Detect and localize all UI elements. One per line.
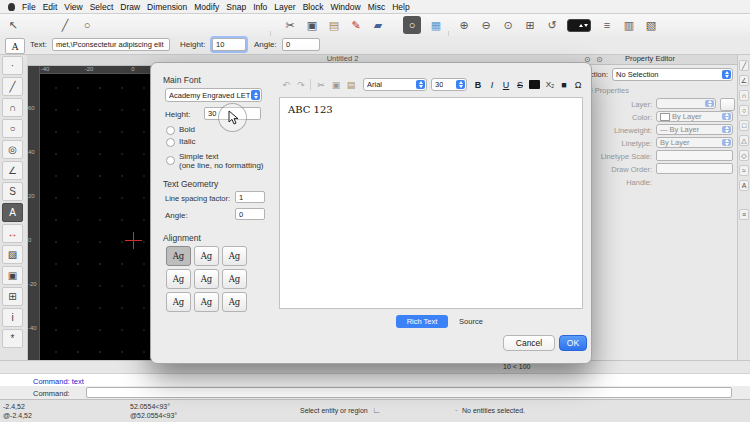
line-tool-icon[interactable]: ╱ xyxy=(56,16,74,34)
angle-icon[interactable]: ∠ xyxy=(739,75,749,86)
linetype-scale-input[interactable] xyxy=(656,150,733,161)
command-input[interactable] xyxy=(86,387,732,398)
diamond-icon[interactable]: ◇ xyxy=(739,150,749,161)
ellipse-tool-icon[interactable]: ◎ xyxy=(2,140,23,159)
apple-menu-icon[interactable] xyxy=(8,3,15,11)
editor-content[interactable]: ABC 123 xyxy=(288,104,333,115)
info-tool-icon[interactable]: i xyxy=(2,308,23,327)
bold-button[interactable]: B xyxy=(471,78,485,91)
line-spacing-input[interactable] xyxy=(235,191,265,203)
menu-file[interactable]: File xyxy=(22,2,36,12)
menu-modify[interactable]: Modify xyxy=(194,2,219,12)
editor-font-combo[interactable]: Arial xyxy=(363,78,427,91)
selection-combo[interactable]: No Selection xyxy=(612,68,733,81)
redo-icon[interactable]: ↷ xyxy=(294,78,308,91)
special-character-button[interactable]: Ω xyxy=(571,78,585,91)
menu-info[interactable]: Info xyxy=(253,2,267,12)
menu-draw[interactable]: Draw xyxy=(120,2,140,12)
hatch-tool-icon[interactable]: ▨ xyxy=(2,245,23,264)
underline-button[interactable]: U xyxy=(499,78,513,91)
line-tool-icon[interactable]: ╱ xyxy=(2,77,23,96)
text-icon[interactable]: A xyxy=(739,180,749,191)
italic-button[interactable]: I xyxy=(485,78,499,91)
spline-tool-icon[interactable]: S xyxy=(2,182,23,201)
dock-icon-2[interactable]: ⊙ xyxy=(596,55,603,64)
copy-icon[interactable]: ▣ xyxy=(303,16,321,34)
menu-snap[interactable]: Snap xyxy=(226,2,246,12)
align-middle-left-button[interactable]: Ag xyxy=(166,269,191,289)
align-bottom-left-button[interactable]: Ag xyxy=(166,292,191,312)
text-color-button[interactable] xyxy=(529,80,540,89)
strikethrough-button[interactable]: S xyxy=(513,78,527,91)
modify-tool-icon[interactable]: * xyxy=(2,329,23,348)
block-tool-icon[interactable]: ⊞ xyxy=(2,287,23,306)
bold-checkbox[interactable] xyxy=(166,126,175,135)
menu-select[interactable]: Select xyxy=(90,2,114,12)
triangle-icon[interactable]: △ xyxy=(739,135,749,146)
circle-icon[interactable]: ○ xyxy=(739,105,749,116)
layer-picker-button[interactable] xyxy=(720,98,735,111)
height-input[interactable] xyxy=(212,38,246,51)
subscript-button[interactable]: X₂ xyxy=(543,78,557,91)
grid-icon[interactable]: ▦ xyxy=(427,16,445,34)
ok-button[interactable]: OK xyxy=(559,335,587,351)
polyline-tool-icon[interactable]: ∠ xyxy=(2,161,23,180)
zoom-in-icon[interactable]: ⊕ xyxy=(455,16,473,34)
simple-text-checkbox[interactable] xyxy=(166,156,175,165)
active-tool-icon[interactable]: ○ xyxy=(403,16,421,34)
linetype-combo[interactable]: By Layer xyxy=(656,137,733,148)
menu-layer[interactable]: Layer xyxy=(274,2,295,12)
undo-icon[interactable]: ↶ xyxy=(279,78,293,91)
zoom-window-icon[interactable]: ⊞ xyxy=(521,16,539,34)
lineweight-combo[interactable]: — By Layer xyxy=(656,124,733,135)
layer-combo[interactable] xyxy=(656,98,716,109)
menu-block[interactable]: Block xyxy=(303,2,324,12)
text-tool-icon[interactable]: A xyxy=(2,203,23,222)
dimension-tool-icon[interactable]: ↔ xyxy=(2,224,23,243)
color-swatch-dropdown[interactable] xyxy=(567,19,591,32)
paste-icon[interactable]: ▤ xyxy=(325,16,343,34)
tab-rich-text[interactable]: Rich Text xyxy=(396,315,448,328)
copy-icon[interactable]: ▣ xyxy=(329,78,343,91)
arc-icon[interactable]: ∩ xyxy=(739,90,749,101)
arc-tool-icon[interactable]: ∩ xyxy=(2,98,23,117)
image-tool-icon[interactable]: ▣ xyxy=(2,266,23,285)
red-pen-icon[interactable]: ✎ xyxy=(347,16,365,34)
align-bottom-right-button[interactable]: Ag xyxy=(222,292,247,312)
menu-window[interactable]: Window xyxy=(330,2,360,12)
select-tool-icon[interactable]: ↖ xyxy=(4,16,22,34)
font-family-combo[interactable]: Academy Engraved LET xyxy=(165,88,262,102)
text-tool-button[interactable]: A xyxy=(5,38,25,54)
angle-input[interactable] xyxy=(282,38,320,51)
draw-order-input[interactable] xyxy=(656,163,733,174)
layer-list-icon[interactable]: ≡ xyxy=(598,16,616,34)
paste-icon[interactable]: ▤ xyxy=(344,78,358,91)
align-bottom-center-button[interactable]: Ag xyxy=(194,292,219,312)
cut-icon[interactable]: ✂ xyxy=(314,78,328,91)
align-middle-center-button[interactable]: Ag xyxy=(194,269,219,289)
block-list-icon[interactable]: ▥ xyxy=(620,16,638,34)
rich-text-editor[interactable]: ABC 123 xyxy=(279,97,583,309)
circle-tool-icon[interactable]: ○ xyxy=(2,119,23,138)
align-top-right-button[interactable]: Ag xyxy=(222,246,247,266)
eraser-icon[interactable]: ▰ xyxy=(369,16,387,34)
library-icon[interactable]: ▧ xyxy=(642,16,660,34)
square-icon[interactable]: □ xyxy=(739,120,749,131)
line-icon[interactable]: ╱ xyxy=(739,60,749,71)
menu-misc[interactable]: Misc xyxy=(368,2,385,12)
menu-dimension[interactable]: Dimension xyxy=(147,2,187,12)
zoom-previous-icon[interactable]: ↺ xyxy=(543,16,561,34)
dialog-angle-input[interactable] xyxy=(235,208,265,220)
circle-tool-icon[interactable]: ○ xyxy=(78,16,96,34)
zoom-out-icon[interactable]: ⊖ xyxy=(477,16,495,34)
editor-size-combo[interactable]: 30 xyxy=(431,78,467,91)
color-combo[interactable]: By Layer xyxy=(656,111,733,122)
block-color-button[interactable]: ■ xyxy=(557,78,571,91)
point-tool-icon[interactable]: · xyxy=(2,56,23,75)
text-value-input[interactable] xyxy=(52,38,170,51)
menu-view[interactable]: View xyxy=(64,2,82,12)
wave-icon[interactable]: ≈ xyxy=(739,165,749,176)
italic-checkbox[interactable] xyxy=(166,138,175,147)
align-top-center-button[interactable]: Ag xyxy=(194,246,219,266)
align-middle-right-button[interactable]: Ag xyxy=(222,269,247,289)
